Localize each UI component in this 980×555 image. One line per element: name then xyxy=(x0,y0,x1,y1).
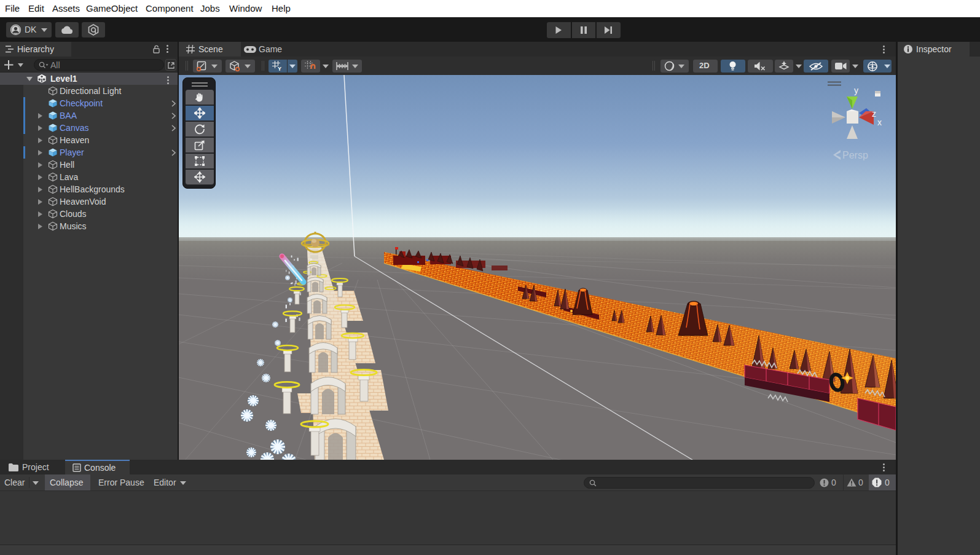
svg-text:Persp: Persp xyxy=(842,150,868,160)
svg-text:Y: Y xyxy=(278,66,281,71)
svg-text:x: x xyxy=(877,117,882,127)
svg-text:z: z xyxy=(872,109,876,119)
svg-text:y: y xyxy=(854,85,858,95)
